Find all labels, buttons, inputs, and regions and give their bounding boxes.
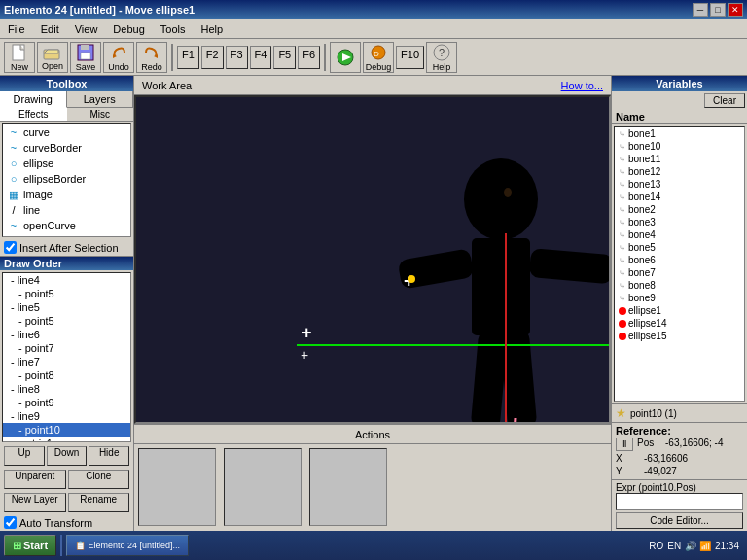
var-bone14[interactable]: ⤷ bone14 — [615, 191, 744, 203]
var-bone11[interactable]: ⤷ bone11 — [615, 153, 744, 165]
thumbnail-1[interactable] — [138, 448, 216, 526]
tool-ellipseborder[interactable]: ○ ellipseBorder — [3, 171, 130, 187]
draw-item-point7[interactable]: - point7 — [3, 341, 130, 355]
var-ellipse15[interactable]: ellipse15 — [615, 330, 744, 342]
save-button[interactable]: Save — [70, 42, 101, 73]
new-button[interactable]: New — [4, 42, 35, 73]
var-ellipse14[interactable]: ellipse14 — [615, 317, 744, 330]
tab-drawing[interactable]: Drawing — [0, 91, 67, 108]
play-button[interactable] — [330, 42, 361, 73]
menu-help[interactable]: Help — [196, 21, 227, 37]
draw-item-line9[interactable]: - line9 — [3, 409, 130, 423]
how-to-link[interactable]: How to... — [561, 80, 603, 91]
tab-layers[interactable]: Layers — [67, 91, 134, 107]
redo-button[interactable]: Redo — [136, 42, 167, 73]
menu-tools[interactable]: Tools — [157, 21, 190, 37]
var-bone5[interactable]: ⤷ bone5 — [615, 241, 744, 254]
draw-item-line4[interactable]: - line4 — [3, 273, 130, 287]
subtab-misc[interactable]: Misc — [67, 108, 134, 121]
code-editor-button[interactable]: Code Editor... — [616, 512, 743, 529]
auto-transform[interactable]: Auto Transform — [0, 514, 133, 531]
actions-label: Actions — [355, 429, 390, 440]
thumbnails-area — [134, 443, 611, 531]
f5-button[interactable]: F5 — [273, 46, 296, 69]
var-bone4[interactable]: ⤷ bone4 — [615, 228, 744, 241]
f2-button[interactable]: F2 — [201, 46, 224, 69]
insert-after-selection[interactable]: Insert After Selection — [0, 239, 133, 256]
down-button[interactable]: Down — [47, 446, 88, 466]
f6-button[interactable]: F6 — [298, 46, 320, 69]
tool-ellipse[interactable]: ○ ellipse — [3, 156, 130, 171]
var-bone12[interactable]: ⤷ bone12 — [615, 165, 744, 178]
menu-file[interactable]: File — [4, 21, 29, 37]
help-button[interactable]: ? Help — [426, 42, 457, 73]
menu-debug[interactable]: Debug — [109, 21, 148, 37]
svg-text:+: + — [302, 323, 312, 342]
draw-item-point5a[interactable]: - point5 — [3, 287, 130, 300]
selected-item-label: ★ point10 (1) — [612, 403, 747, 422]
svg-text:+: + — [301, 347, 308, 363]
tool-polygon[interactable]: ◆ polygon — [3, 233, 130, 237]
tool-curveborder[interactable]: ~ curveBorder — [3, 140, 130, 156]
hide-button[interactable]: Hide — [89, 446, 129, 466]
menu-view[interactable]: View — [71, 21, 102, 37]
taskbar-item-elemento[interactable]: 📋 Elemento 24 [untitled]... — [66, 535, 189, 556]
insert-checkbox[interactable] — [4, 241, 17, 254]
f10-button[interactable]: F10 — [396, 46, 424, 69]
undo-button[interactable]: Undo — [103, 42, 134, 73]
var-bone2[interactable]: ⤷ bone2 — [615, 203, 744, 216]
draw-order-title: Draw Order — [0, 257, 133, 270]
var-bone8[interactable]: ⤷ bone8 — [615, 279, 744, 292]
variables-panel: Variables Clear Name ⤷ bone1 ⤷ bone10 ⤷ … — [611, 76, 747, 531]
maximize-button[interactable]: □ — [710, 3, 726, 17]
start-button[interactable]: ⊞ Start — [4, 535, 56, 556]
tool-image[interactable]: ▦ image — [3, 187, 130, 202]
x-label: X — [616, 453, 640, 464]
draw-item-line5[interactable]: - line5 — [3, 300, 130, 314]
draw-item-point9[interactable]: - point9 — [3, 396, 130, 409]
draw-item-point8[interactable]: - point8 — [3, 368, 130, 382]
var-bone7[interactable]: ⤷ bone7 — [615, 266, 744, 279]
draw-item-line8[interactable]: - line8 — [3, 382, 130, 396]
up-button[interactable]: Up — [4, 446, 45, 466]
menu-edit[interactable]: Edit — [37, 21, 63, 37]
draw-item-point5b[interactable]: - point5 — [3, 314, 130, 328]
tool-line[interactable]: / line — [3, 202, 130, 218]
f4-button[interactable]: F4 — [250, 46, 272, 69]
var-bone13[interactable]: ⤷ bone13 — [615, 178, 744, 191]
tool-curve[interactable]: ~ curve — [3, 124, 130, 140]
var-bone9[interactable]: ⤷ bone9 — [615, 292, 744, 304]
debug-button[interactable]: D Debug — [363, 42, 394, 73]
work-area[interactable]: X Y + + + — [134, 95, 611, 424]
var-bone6[interactable]: ⤷ bone6 — [615, 254, 744, 266]
draw-item-line7[interactable]: - line7 — [3, 355, 130, 368]
minimize-button[interactable]: ─ — [693, 3, 708, 17]
f3-button[interactable]: F3 — [226, 46, 248, 69]
f1-button[interactable]: F1 — [177, 46, 199, 69]
draw-item-matrix1[interactable]: - matrix1 — [3, 437, 130, 442]
draw-item-point10[interactable]: - point10 — [3, 423, 130, 437]
draw-item-line6[interactable]: - line6 — [3, 328, 130, 341]
toolbar: New Open Save Undo Redo F1 F2 F3 F4 F5 F… — [0, 39, 747, 76]
thumbnail-2[interactable] — [224, 448, 302, 526]
thumbnail-3[interactable] — [309, 448, 387, 526]
clone-button[interactable]: Clone — [68, 470, 130, 489]
close-button[interactable]: ✕ — [728, 3, 743, 17]
open-button[interactable]: Open — [37, 42, 68, 73]
tool-opencurve[interactable]: ~ openCurve — [3, 218, 130, 233]
unparent-button[interactable]: Unparent — [4, 470, 66, 489]
rename-button[interactable]: Rename — [68, 493, 130, 512]
var-bone1[interactable]: ⤷ bone1 — [615, 127, 744, 140]
var-ellipse1[interactable]: ellipse1 — [615, 304, 744, 317]
canvas-svg: X Y + + + — [136, 97, 609, 422]
toolbox-subtabs: Effects Misc — [0, 108, 133, 122]
var-bone3[interactable]: ⤷ bone3 — [615, 216, 744, 228]
auto-transform-checkbox[interactable] — [4, 516, 17, 529]
var-bone10[interactable]: ⤷ bone10 — [615, 140, 744, 153]
expr-input[interactable] — [616, 493, 743, 510]
new-layer-button[interactable]: New Layer — [4, 493, 66, 512]
subtab-effects[interactable]: Effects — [0, 108, 67, 121]
work-area-title: Work Area — [142, 80, 192, 91]
pos-ref-item: Ⅱ Pos -63,16606; -4 — [616, 437, 743, 452]
clear-button[interactable]: Clear — [704, 93, 745, 108]
